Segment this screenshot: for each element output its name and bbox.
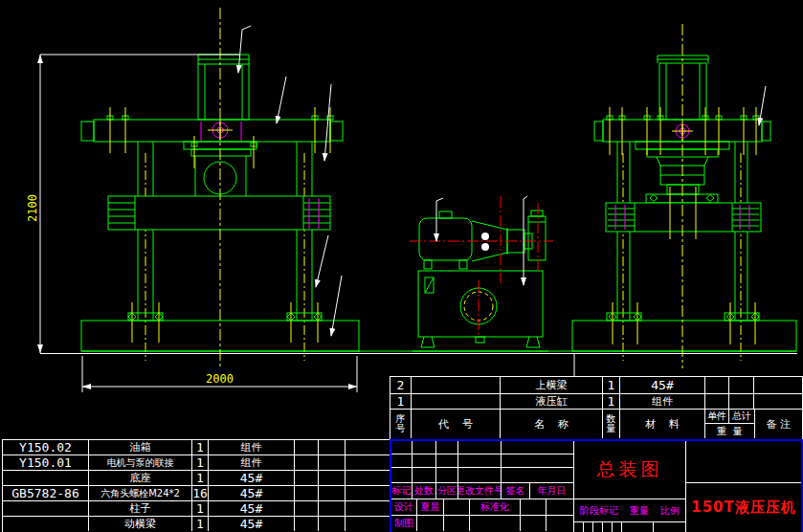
dimension-width-2000: 2000: [82, 356, 357, 392]
bom-remark: [346, 455, 390, 470]
table-row: 动横梁 1 45#: [3, 517, 390, 531]
table-row: 柱子 1 45#: [3, 501, 390, 517]
bom-total-weight: [729, 377, 754, 393]
header-unit: 单件: [705, 410, 729, 423]
bom-table-left: Y150.02 油箱 1 组件 Y150.01 电机与泵的联接 1 组件 底座 …: [2, 439, 390, 532]
table-row: 2 上横梁 1 45#: [390, 377, 802, 394]
bom-qty: 1: [603, 377, 620, 393]
bom-code: [412, 377, 501, 393]
bom-unit-weight: [295, 486, 319, 500]
header-total: 总计: [729, 410, 754, 423]
bom-total-weight: [319, 455, 346, 470]
bom-total-weight: [319, 501, 346, 516]
bom-remark: [754, 394, 802, 409]
title-block-center: 总装图 阶段标记 重量 比例: [573, 441, 685, 532]
product-name: 150T液压压机: [686, 483, 801, 532]
bom-unit-weight: [295, 440, 319, 454]
bom-material: 45#: [620, 377, 705, 393]
rev-doc-no: 更改文件号: [458, 483, 502, 499]
bom-material: 组件: [620, 394, 705, 409]
bom-material: 45#: [209, 501, 295, 516]
table-row: GB5782-86 六角头螺栓M24*2 16 45#: [3, 486, 390, 501]
bom-remark: [346, 501, 390, 516]
stage-mark-cells: [574, 521, 685, 532]
stage-label: 阶段标记: [580, 504, 618, 518]
bom-remark: [754, 377, 802, 393]
bom-material: 组件: [209, 455, 295, 470]
header-weight: 重 量: [705, 424, 754, 438]
bom-code: Y150.02: [3, 440, 89, 454]
dim-width-label: 2000: [206, 372, 234, 386]
bom-total-weight: [319, 486, 346, 500]
rev-count: 处数: [413, 483, 436, 499]
bom-code: GB5782-86: [3, 486, 89, 500]
bom-qty: 1: [192, 501, 209, 516]
pump-unit: [410, 196, 553, 351]
bom-name: 油箱: [89, 440, 192, 454]
bom-total-weight: [319, 440, 346, 454]
bom-qty: 1: [603, 394, 620, 409]
stage-area: 阶段标记 重量 比例: [574, 499, 685, 532]
design-label: 设计: [391, 499, 417, 515]
bom-seq: 1: [390, 394, 412, 409]
bom-unit-weight: [295, 471, 319, 485]
drawing-title: 总装图: [574, 441, 685, 499]
scale-label: 比例: [660, 504, 680, 518]
bom-seq: 2: [390, 377, 412, 393]
bom-qty: 1: [192, 440, 209, 454]
bom-material: 45#: [209, 471, 295, 485]
bom-name: 柱子: [89, 501, 192, 516]
bom-qty: 16: [192, 486, 209, 500]
bom-table-upper: 2 上横梁 1 45# 1 液压缸 1 组件 序号 代 号 名 称 数量 材 料…: [390, 376, 803, 439]
title-block-revision-area: 标记 处数 分区 更改文件号 签名 年月日 设计 夏晨 标准化 制图: [391, 441, 573, 532]
header-seq: 序号: [390, 410, 412, 438]
weight-label: 重量: [630, 504, 649, 518]
bom-remark: [346, 471, 390, 485]
rev-zone: 分区: [436, 483, 458, 499]
bom-name: 液压缸: [501, 394, 603, 409]
bom-code: [3, 471, 89, 485]
right-press-side-view: [572, 24, 796, 368]
bom-unit-weight: [705, 377, 729, 393]
bom-unit-weight: [705, 394, 729, 409]
bom-remark: [346, 486, 390, 500]
rev-mark: 标记: [391, 483, 413, 499]
bom-material: 45#: [209, 486, 295, 500]
left-press-front-view: [81, 8, 359, 368]
bom-total-weight: [319, 471, 346, 485]
bom-code: [3, 501, 89, 516]
header-weight-group: 单件 总计 重 量: [705, 410, 755, 438]
cad-canvas: 2100 2000 2 上横梁 1 45# 1 液压缸 1 组件 序号 代 号 …: [0, 0, 803, 532]
bom-code: [3, 517, 89, 531]
table-row: 1 液压缸 1 组件: [390, 394, 802, 410]
header-qty: 数量: [603, 410, 620, 438]
table-row: Y150.01 电机与泵的联接 1 组件: [3, 455, 390, 471]
header-remark: 备 注: [755, 410, 802, 438]
designer-name: 夏晨: [417, 499, 444, 515]
header-name: 名 称: [501, 410, 603, 438]
bom-name: 动横梁: [89, 517, 192, 531]
table-header-row: 序号 代 号 名 称 数量 材 料 单件 总计 重 量 备 注: [390, 410, 802, 438]
bom-total-weight: [729, 394, 754, 409]
bom-material: 45#: [209, 517, 295, 531]
bom-qty: 1: [192, 471, 209, 485]
title-block: 标记 处数 分区 更改文件号 签名 年月日 设计 夏晨 标准化 制图 总装图: [390, 439, 803, 532]
bom-code: Y150.01: [3, 455, 89, 470]
bom-name: 底座: [89, 471, 192, 485]
bom-qty: 1: [192, 455, 209, 470]
table-row: 底座 1 45#: [3, 471, 390, 486]
rev-sign: 签名: [502, 483, 530, 499]
company-box: [686, 441, 801, 483]
bom-unit-weight: [295, 517, 319, 531]
draft-label: 制图: [391, 516, 417, 531]
bom-total-weight: [319, 517, 346, 531]
standardization-label: 标准化: [470, 499, 521, 515]
bom-remark: [346, 517, 390, 531]
header-material: 材 料: [620, 410, 705, 438]
dim-height-label: 2100: [26, 194, 39, 222]
bom-name: 上横梁: [501, 377, 603, 393]
bom-unit-weight: [295, 455, 319, 470]
rev-date: 年月日: [530, 483, 573, 499]
header-code: 代 号: [412, 410, 501, 438]
title-block-right: 150T液压压机: [685, 441, 801, 532]
